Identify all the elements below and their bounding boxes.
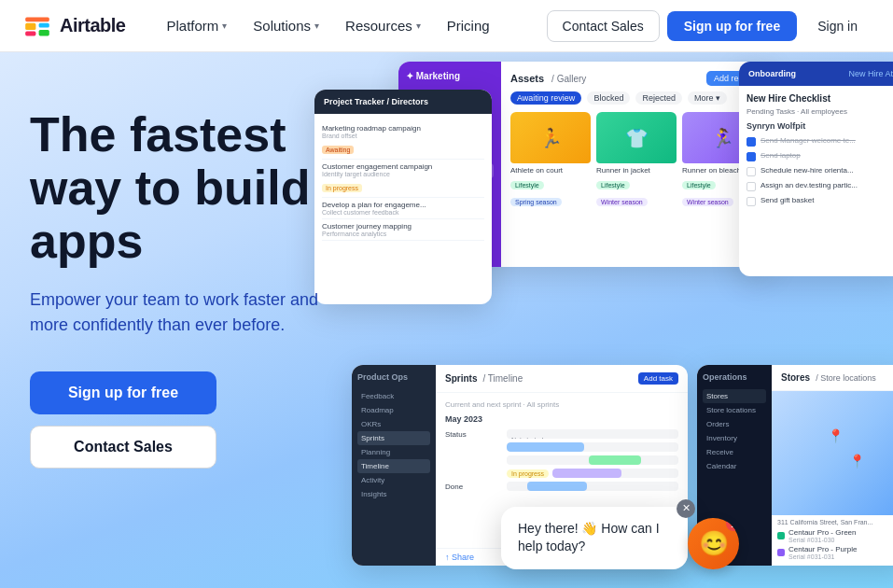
signup-button[interactable]: Sign up for free (667, 11, 797, 41)
navbar: Airtable Platform ▾ Solutions ▾ Resource… (0, 0, 893, 52)
gallery-image-1: 🏃 (510, 112, 591, 163)
hero-title: The fastest way to build apps (30, 108, 384, 269)
marketing-main: Assets / Gallery Add record Awaiting rev… (501, 62, 772, 267)
chevron-down-icon: ▾ (416, 21, 421, 31)
nav-item-solutions[interactable]: Solutions ▾ (242, 12, 330, 39)
nav-item-resources[interactable]: Resources ▾ (334, 12, 432, 39)
gallery-grid: 🏃 Athlete on court Lifestyle Spring seas… (510, 112, 762, 208)
timeline-row: Status Not started (445, 429, 678, 439)
nav-actions: Contact Sales Sign up for free Sign in (547, 10, 871, 42)
gallery-item[interactable]: 🏃 Athlete on court Lifestyle Spring seas… (510, 112, 591, 208)
store-item[interactable]: Centaur Pro - Green Serial #031-030 (777, 528, 893, 543)
checklist-item[interactable]: Assign an dev.testing partic... (746, 181, 893, 191)
nav-item-pricing[interactable]: Pricing (436, 12, 501, 39)
store-item[interactable]: Centaur Pro - Purple Serial #031-031 (777, 545, 893, 560)
checklist-item[interactable]: Send Manager welcome te... (746, 136, 893, 147)
chat-notification-badge: 1 (726, 518, 739, 531)
logo-text: Airtable (60, 15, 125, 36)
chevron-down-icon: ▾ (314, 21, 319, 31)
hero-section: The fastest way to build apps Empower yo… (0, 52, 893, 588)
checklist-item[interactable]: Send gift basket (746, 196, 893, 206)
nav-links: Platform ▾ Solutions ▾ Resources ▾ Prici… (155, 12, 546, 39)
hero-content: The fastest way to build apps Empower yo… (30, 108, 384, 469)
svg-rect-5 (25, 31, 35, 35)
hero-buttons: Sign up for free Contact Sales (30, 371, 216, 469)
svg-rect-2 (25, 17, 49, 21)
svg-rect-1 (25, 22, 35, 29)
chat-avatar[interactable]: 😊 1 (688, 518, 739, 569)
svg-rect-3 (39, 22, 49, 27)
operations-main: Stores / Store locations 📍 📍 311 Califor… (772, 365, 893, 566)
gallery-item[interactable]: 👕 Runner in jacket Lifestyle Winter seas… (596, 112, 677, 208)
map-pin: 📍 (828, 428, 844, 443)
contact-sales-button[interactable]: Contact Sales (547, 10, 660, 42)
timeline-row (445, 455, 678, 465)
checklist-item[interactable]: Send laptop (746, 151, 893, 161)
chevron-down-icon: ▾ (222, 21, 227, 31)
timeline-row: In progress (445, 469, 678, 478)
map-area: 📍 📍 (772, 391, 893, 515)
signin-button[interactable]: Sign in (804, 11, 871, 41)
checklist-item[interactable]: Schedule new-hire orienta... (746, 166, 893, 176)
nav-item-platform[interactable]: Platform ▾ (155, 12, 238, 39)
timeline-row: Done (445, 482, 678, 491)
store-list: 311 California Street, San Fran... Centa… (772, 515, 893, 566)
hero-contact-button[interactable]: Contact Sales (30, 426, 216, 469)
hero-subtitle: Empower your team to work faster and mor… (30, 287, 347, 338)
gallery-image-2: 👕 (596, 112, 677, 163)
hero-signup-button[interactable]: Sign up for free (30, 371, 216, 414)
map-pin: 📍 (849, 454, 865, 469)
svg-rect-4 (39, 30, 49, 35)
onboarding-card: Onboarding New Hire Attrs New Hire Check… (739, 62, 893, 276)
chat-text: Hey there! 👋 How can I help today? (518, 520, 671, 556)
chat-close-button[interactable]: ✕ (677, 499, 695, 518)
checklist-title: New Hire Checklist (746, 93, 893, 104)
logo[interactable]: Airtable (22, 11, 125, 41)
airtable-logo-icon (22, 11, 52, 41)
timeline-row (445, 442, 678, 452)
add-task-badge[interactable]: Add task (638, 372, 678, 385)
chat-bubble: ✕ Hey there! 👋 How can I help today? (501, 507, 688, 569)
